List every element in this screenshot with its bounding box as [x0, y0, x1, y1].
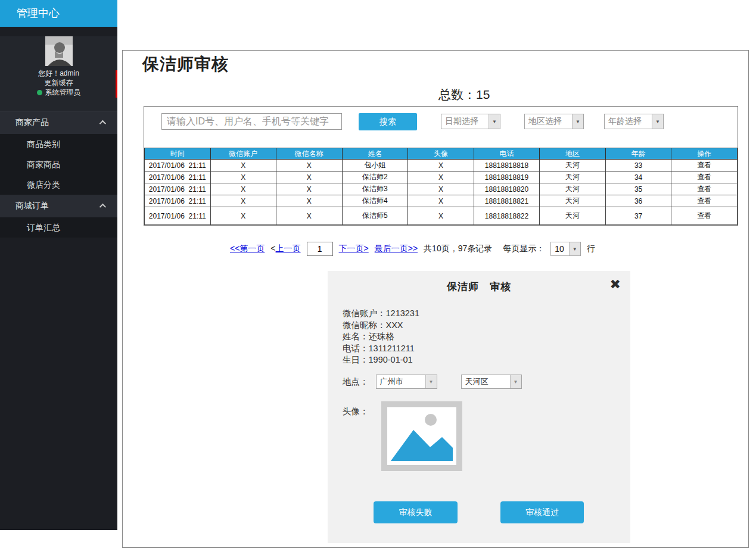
sidebar-item-microstore-category[interactable]: 微店分类	[0, 174, 117, 195]
cell-avatar: X	[408, 183, 474, 195]
cell-name: 保洁师4	[342, 195, 408, 207]
sidebar: 管理中心 您好！admin 更新缓存 系统管理员 商家产品	[0, 0, 117, 530]
table-header-row: 时间 微信账户 微信名称 姓名 头像 电话 地区 年龄 操作	[145, 148, 738, 160]
field-phone: 电话：1311211211	[343, 343, 419, 355]
view-link[interactable]: 查看	[671, 195, 738, 207]
cell-time: 2017/01/06 21:11	[145, 183, 211, 195]
cell-avatar: X	[408, 195, 474, 207]
cell-wechat-account: X	[210, 195, 276, 207]
field-value: 1311211211	[369, 344, 415, 353]
field-label: 生日：	[343, 355, 369, 364]
sidebar-item-product-category[interactable]: 商品类别	[0, 134, 117, 154]
sidebar-item-merchant-goods[interactable]: 商家商品	[0, 154, 117, 174]
rows-label: 行	[587, 244, 595, 254]
cell-time: 2017/01/06 21:11	[145, 160, 211, 171]
per-page-value: 10	[551, 244, 569, 254]
search-button[interactable]: 搜索	[359, 113, 417, 130]
field-value: 1990-01-01	[369, 355, 413, 364]
chevron-down-icon[interactable]: ▼	[425, 375, 437, 388]
chevron-down-icon[interactable]: ▼	[489, 114, 500, 129]
close-icon[interactable]: ✖	[610, 277, 621, 292]
last-page-link[interactable]: 最后一页>>	[375, 244, 418, 254]
image-placeholder-icon	[387, 407, 456, 465]
city-select[interactable]: 广州市 ▼	[376, 375, 437, 389]
pagination-summary: 共10页，97条记录	[424, 244, 492, 254]
cell-phone: 18818818819	[474, 171, 540, 183]
prev-arrow: <	[270, 244, 275, 253]
review-pass-button[interactable]: 审核通过	[500, 501, 584, 523]
view-link[interactable]: 查看	[671, 171, 738, 183]
avatar-photo-icon	[45, 36, 73, 66]
location-row: 地点： 广州市 ▼ 天河区 ▼	[343, 375, 522, 389]
cell-wechat-name: X	[276, 183, 343, 195]
region-filter-select[interactable]: 地区选择 ▼	[524, 114, 584, 129]
cell-wechat-account: X	[210, 207, 276, 225]
col-name: 姓名	[342, 148, 408, 160]
cell-time: 2017/01/06 21:11	[145, 195, 211, 207]
date-filter-value: 日期选择	[445, 116, 478, 127]
cell-phone: 18818818821	[474, 195, 540, 207]
review-fail-button[interactable]: 审核失败	[374, 501, 458, 523]
avatar	[45, 36, 73, 66]
cell-phone: 18818818818	[474, 160, 540, 171]
list-container: 搜索 日期选择 ▼ 地区选择 ▼ 年龄选择 ▼ 时间	[144, 106, 738, 226]
district-select[interactable]: 天河区 ▼	[461, 375, 522, 389]
first-page-link[interactable]: <<第一页	[230, 244, 265, 254]
view-link[interactable]: 查看	[671, 160, 738, 171]
field-label: 电话：	[343, 344, 369, 353]
cell-wechat-name: X	[276, 207, 343, 225]
prev-page-link[interactable]: 上一页	[276, 244, 301, 253]
table-row: 2017/01/06 21:11 X X 保洁师3 X 18818818820 …	[145, 183, 738, 195]
sidebar-group-merchant-products[interactable]: 商家产品	[0, 111, 117, 134]
search-input[interactable]	[161, 113, 342, 130]
modal-title: 保洁师 审核	[328, 271, 630, 294]
sidebar-scroll-indicator[interactable]	[116, 70, 117, 98]
cell-wechat-account: X	[210, 183, 276, 195]
col-avatar: 头像	[408, 148, 474, 160]
online-status-icon	[37, 90, 42, 95]
sidebar-group-mall-orders[interactable]: 商城订单	[0, 195, 117, 217]
cell-time: 2017/01/06 21:11	[145, 207, 211, 225]
field-label: 微信昵称：	[343, 320, 386, 330]
date-filter-select[interactable]: 日期选择 ▼	[441, 114, 500, 129]
sidebar-group-label: 商家产品	[15, 117, 49, 128]
page-title: 保洁师审核	[123, 51, 748, 76]
chevron-down-icon[interactable]: ▼	[572, 114, 583, 129]
view-link[interactable]: 查看	[671, 183, 738, 195]
cell-name: 保洁师2	[342, 171, 408, 183]
sidebar-item-order-summary[interactable]: 订单汇总	[0, 217, 117, 238]
table-row: 2017/01/06 21:11 X X 保洁师4 X 18818818821 …	[145, 195, 738, 207]
cell-phone: 18818818822	[474, 207, 540, 225]
page-number-input[interactable]	[307, 242, 333, 256]
cell-region: 天河	[540, 195, 606, 207]
table-row: 2017/01/06 21:11 X X 保洁师5 X 18818818822 …	[145, 207, 738, 225]
submenu-merchant-products: 商品类别 商家商品 微店分类	[0, 134, 117, 195]
chevron-up-icon	[99, 120, 106, 127]
admin-center-app: 管理中心 您好！admin 更新缓存 系统管理员 商家产品	[0, 0, 756, 549]
cell-age: 35	[605, 183, 671, 195]
view-link[interactable]: 查看	[671, 207, 738, 225]
col-region: 地区	[540, 148, 606, 160]
review-modal: 保洁师 审核 ✖ 微信账户：1213231 微信昵称：XXX 姓名：还珠格 电话…	[328, 271, 630, 543]
cell-time: 2017/01/06 21:11	[145, 171, 211, 183]
cell-name: 保洁师3	[342, 183, 408, 195]
refresh-cache-link[interactable]: 更新缓存	[0, 78, 117, 88]
age-filter-select[interactable]: 年龄选择 ▼	[604, 114, 664, 129]
table-row: 2017/01/06 21:11 X X 包小姐 X 18818818818 天…	[145, 160, 738, 171]
chevron-down-icon[interactable]: ▼	[510, 375, 521, 388]
avatar-label: 头像：	[343, 406, 369, 417]
field-birthday: 生日：1990-01-01	[343, 354, 419, 366]
field-label: 微信账户：	[343, 308, 386, 318]
user-panel: 您好！admin 更新缓存 系统管理员	[0, 36, 117, 111]
field-wechat-account: 微信账户：1213231	[343, 308, 419, 320]
region-filter-value: 地区选择	[528, 116, 562, 127]
chevron-down-icon[interactable]: ▼	[652, 114, 663, 129]
field-name: 姓名：还珠格	[343, 331, 419, 343]
per-page-select[interactable]: 10 ▼	[550, 242, 581, 256]
chevron-down-icon[interactable]: ▼	[569, 242, 580, 255]
location-label: 地点：	[343, 376, 369, 388]
next-page-link[interactable]: 下一页>	[339, 244, 369, 254]
cell-region: 天河	[540, 171, 606, 183]
cell-phone: 18818818820	[474, 183, 540, 195]
cell-avatar: X	[408, 207, 474, 225]
